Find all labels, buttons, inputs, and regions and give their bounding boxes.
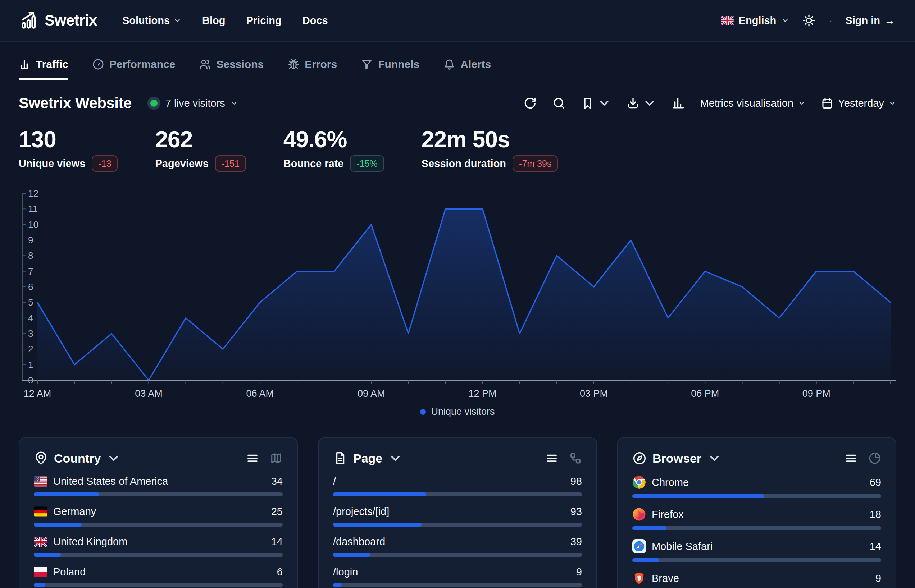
date-range-picker[interactable]: Yesterday [821, 97, 896, 110]
panel-rows: United States of America34Germany25Unite… [34, 475, 283, 588]
svg-text:03 PM: 03 PM [580, 388, 608, 399]
nav-link-blog[interactable]: Blog [202, 15, 225, 27]
svg-text:12 PM: 12 PM [469, 388, 497, 399]
bookmark-icon [581, 96, 594, 110]
panel-actions [545, 452, 582, 465]
chart-svg: 012345678910111212 AM03 AM06 AM09 AM12 P… [19, 184, 896, 401]
sitemap-view-button[interactable] [569, 452, 582, 465]
safari-logo-icon [632, 540, 646, 553]
funnel-icon [361, 58, 373, 70]
stat-unique-views[interactable]: 130Unique views-13 [19, 128, 118, 172]
stat-value: 22m 50s [421, 128, 558, 152]
stat-bounce-rate[interactable]: 49.6%Bounce rate-15% [283, 128, 384, 172]
brand-name: Swetrix [45, 12, 97, 29]
bar-chart-button[interactable] [672, 96, 685, 110]
svg-text:4: 4 [28, 313, 33, 323]
sign-in-button[interactable]: Sign in → [845, 15, 895, 27]
list-item-poland[interactable]: Poland6 [34, 566, 283, 587]
legend-dot [420, 409, 426, 415]
nav-link-label: Blog [202, 15, 225, 27]
map-view-button[interactable] [270, 452, 283, 465]
tab-label: Traffic [36, 58, 68, 70]
live-visitors-toggle[interactable]: 7 live visitors [147, 97, 238, 110]
svg-text:1: 1 [28, 359, 33, 370]
language-selector[interactable]: English [721, 15, 789, 27]
tab-funnels[interactable]: Funnels [361, 58, 419, 80]
panel-country-dropdown[interactable]: Country [34, 451, 121, 465]
progress-fill [333, 493, 426, 496]
list-view-button[interactable] [844, 452, 857, 465]
row-value: 14 [271, 536, 283, 548]
bug-icon [287, 58, 300, 70]
bookmark-button[interactable] [581, 96, 611, 110]
progress-track [632, 526, 881, 530]
nav-links: SolutionsBlogPricingDocs [122, 15, 328, 27]
nav-link-docs[interactable]: Docs [303, 15, 328, 27]
stat-label: Unique views [19, 158, 85, 170]
tab-sessions[interactable]: Sessions [199, 58, 264, 80]
panel-title: Browser [653, 451, 701, 465]
list-item--projects-id-[interactable]: /projects/[id]93 [333, 506, 582, 527]
chart-legend[interactable]: Unique visitors [19, 406, 896, 417]
row-label: /projects/[id] [333, 506, 389, 518]
refresh-button[interactable] [523, 96, 537, 110]
stat-session-duration[interactable]: 22m 50sSession duration-7m 39s [421, 128, 558, 172]
chevron-down-icon [888, 99, 896, 107]
list-item--[interactable]: /98 [333, 475, 582, 496]
live-indicator [147, 97, 160, 110]
swetrix-logo-icon [20, 11, 39, 30]
navbar: Swetrix SolutionsBlogPricingDocs English… [0, 0, 915, 42]
toolbar: Metrics visualisation Yesterday [523, 96, 896, 110]
flag-pl-icon [34, 567, 47, 577]
stat-change-badge: -15% [350, 155, 384, 172]
list-item-chrome[interactable]: Chrome69 [632, 475, 881, 498]
theme-toggle-sun-icon[interactable] [802, 14, 816, 27]
tab-traffic[interactable]: Traffic [19, 58, 68, 80]
document-icon [333, 451, 347, 465]
download-button[interactable] [626, 96, 656, 110]
list-view-button[interactable] [246, 452, 259, 465]
tab-alerts[interactable]: Alerts [443, 58, 491, 80]
row-value: 98 [570, 475, 582, 487]
progress-track [333, 493, 582, 496]
stat-value: 130 [19, 128, 118, 152]
tab-errors[interactable]: Errors [287, 58, 337, 80]
progress-track [34, 553, 283, 557]
list-item-brave[interactable]: Brave9 [632, 572, 881, 588]
brand-logo[interactable]: Swetrix [20, 11, 97, 30]
progress-track [34, 583, 283, 587]
list-item-united-states-of-america[interactable]: United States of America34 [34, 475, 283, 496]
tab-performance[interactable]: Performance [92, 58, 175, 80]
nav-link-pricing[interactable]: Pricing [246, 15, 281, 27]
svg-text:8: 8 [28, 250, 33, 261]
list-view-button[interactable] [545, 452, 558, 465]
download-icon [626, 96, 640, 110]
svg-text:5: 5 [28, 297, 33, 308]
panel-actions [246, 452, 283, 465]
list-item--dashboard[interactable]: /dashboard39 [333, 536, 582, 557]
list-item--login[interactable]: /login9 [333, 566, 582, 587]
panel-header: Browser [632, 451, 881, 465]
panel-page-dropdown[interactable]: Page [333, 451, 402, 465]
row-label: United States of America [53, 475, 168, 487]
list-item-firefox[interactable]: Firefox18 [632, 507, 881, 530]
panel-browser-dropdown[interactable]: Browser [632, 451, 722, 465]
panel-actions [844, 452, 881, 465]
brave-logo-icon [632, 572, 646, 585]
list-item-germany[interactable]: Germany25 [34, 506, 283, 527]
metrics-visualisation-dropdown[interactable]: Metrics visualisation [700, 97, 806, 109]
list-item-united-kingdom[interactable]: United Kingdom14 [34, 536, 283, 557]
live-dot [151, 100, 157, 107]
svg-text:03 AM: 03 AM [135, 388, 163, 399]
stat-pageviews[interactable]: 262Pageviews-151 [155, 128, 246, 172]
panel-rows: Chrome69Firefox18Mobile Safari14Brave9Ed… [632, 475, 881, 588]
svg-text:09 AM: 09 AM [358, 388, 385, 399]
row-value: 25 [271, 506, 283, 518]
arrow-right-icon: → [884, 15, 895, 27]
nav-link-solutions[interactable]: Solutions [122, 15, 181, 27]
list-item-mobile-safari[interactable]: Mobile Safari14 [632, 540, 881, 562]
pie-view-button[interactable] [868, 452, 881, 465]
progress-fill [632, 526, 666, 530]
panel-header: Country [34, 451, 283, 465]
search-button[interactable] [552, 96, 566, 110]
